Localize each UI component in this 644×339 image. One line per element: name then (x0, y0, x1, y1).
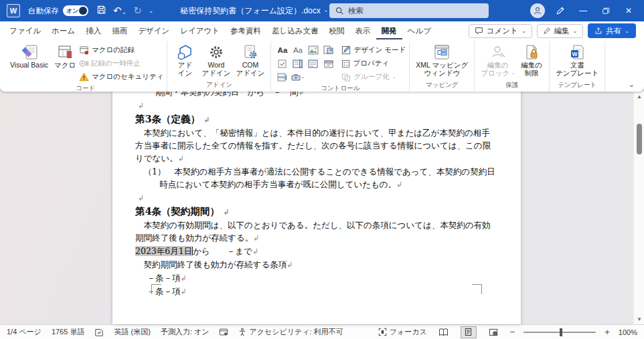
comments-button[interactable]: コメント ⌄ (469, 24, 532, 38)
word-addins-button[interactable]: Word アドイン (199, 41, 233, 78)
dropdown-control-button[interactable] (305, 57, 321, 70)
date-content-control[interactable]: 2023年6月1日 (135, 246, 192, 256)
zoom-level[interactable]: 100% (619, 328, 637, 336)
rich-text-control-button[interactable]: Aa (274, 43, 290, 57)
zoom-in-button[interactable]: + (605, 327, 610, 337)
block-authors-label-line1: 編集の (487, 61, 509, 69)
xml-mapping-pane-button[interactable]: XML マッピング ウィンドウ (413, 41, 471, 78)
com-addins-icon (242, 43, 258, 61)
web-layout-button[interactable] (485, 326, 501, 338)
autosave-toggle[interactable]: オン (63, 5, 88, 16)
checkbox-control-button[interactable] (274, 57, 290, 70)
tab-mailings[interactable]: 差し込み文書 (266, 22, 324, 39)
scrollbar-thumb[interactable] (637, 124, 642, 154)
save-icon[interactable] (96, 5, 106, 17)
paragraph-date[interactable]: 2023年6月1日から －まで↲ (135, 245, 498, 258)
heading-article4[interactable]: 第4条（契約期間） ↲ (135, 205, 498, 219)
tab-references[interactable]: 参考資料 (225, 22, 266, 39)
empty-paragraph[interactable]: ↲ (135, 191, 498, 205)
macros-label: マクロ (54, 61, 76, 69)
com-addins-button[interactable]: COM アドイン (233, 41, 267, 78)
tab-design[interactable]: デザイン (133, 22, 175, 39)
legacy-tools-button[interactable]: ⌄ (290, 70, 305, 84)
close-button[interactable]: ✕ (617, 0, 640, 21)
page-indicator[interactable]: 1/4 ページ (7, 327, 42, 337)
accessibility-status[interactable]: アクセシビリティ: 利用不可 (238, 327, 343, 337)
repeating-section-control-button[interactable] (274, 70, 290, 84)
block-authors-button[interactable]: 編集の ブロック⌄ (478, 41, 517, 78)
group-template: W 文書 テンプレート テンプレート (550, 41, 605, 92)
scroll-down-icon[interactable]: ▼ (634, 316, 644, 322)
design-mode-button[interactable]: デザイン モード (341, 43, 406, 57)
restrict-editing-button[interactable]: 編集の 制限 (517, 41, 546, 78)
zoom-slider[interactable] (524, 332, 596, 333)
qat-customize-icon[interactable]: ⌄ (149, 7, 154, 14)
tab-review[interactable]: 校閲 (324, 22, 350, 39)
vertical-scrollbar[interactable]: ▲ ▼ (633, 92, 644, 324)
editing-menu-button[interactable]: 編集 ⌄ (537, 24, 584, 38)
comments-label: コメント (487, 26, 518, 36)
share-button[interactable]: 共有 ⌄ (588, 23, 636, 38)
properties-button[interactable]: プロパティ (341, 57, 406, 70)
group-label-mapping: マッピング (413, 80, 471, 92)
datepicker-control-button[interactable] (321, 57, 336, 70)
heading-article3[interactable]: 第3条（定義） ↲ (135, 112, 498, 126)
zoom-slider-thumb[interactable] (560, 328, 562, 336)
account-avatar[interactable] (526, 0, 549, 21)
ime-prediction-indicator[interactable]: 予測入力: オン (161, 327, 210, 337)
proofing-status-icon[interactable] (94, 328, 104, 336)
macro-security-button[interactable]: マクロのセキュリティ (79, 70, 163, 84)
word-count[interactable]: 1765 単語 (52, 327, 85, 337)
tab-help[interactable]: ヘルプ (402, 22, 436, 39)
minimize-button[interactable]: — (572, 0, 594, 21)
macros-button[interactable]: マクロ (51, 41, 79, 69)
share-label: 共有 (606, 26, 621, 36)
editing-mode-icon[interactable] (549, 0, 572, 21)
record-macro-button[interactable]: マクロの記録 (79, 43, 163, 57)
ribbon-developer: Visual Basic マクロ マクロの記録 記録の一時停止 (0, 40, 644, 92)
paragraph-clause2[interactable]: －条－項↲ (135, 285, 498, 298)
paragraph-surviving[interactable]: 契約期間終了後も効力が存続する条項↲ (135, 258, 498, 271)
content-controls-grid: Aa Aa (274, 41, 336, 84)
print-layout-button[interactable] (461, 326, 477, 338)
search-box[interactable]: 検索 (329, 3, 489, 18)
document-page[interactable]: 期間・本契約の契約日 から － 間↲ ↲ 第3条（定義） ↲ 本契約において、「… (112, 92, 521, 324)
restrict-editing-label-line1: 編集の (521, 61, 542, 69)
combobox-control-button[interactable] (290, 57, 305, 70)
redo-button[interactable]: ↻ (133, 5, 142, 17)
autosave-label: 自動保存 (28, 6, 59, 16)
paragraph-article4[interactable]: 本契約の有効期間は、以下のとおりである。ただし、以下の条項については、本契約の有… (135, 219, 498, 245)
paragraph-item1[interactable]: （1） 本契約の相手方当事者が適法に公開することのできる情報であって、本契約の契… (135, 165, 498, 191)
paragraph-article3[interactable]: 本契約において、「秘密情報」とは、本件目的の遂行において、甲または乙が本契約の相… (135, 126, 498, 165)
undo-button[interactable]: ↶⌄ (113, 5, 127, 17)
empty-paragraph[interactable]: ↲ (135, 99, 498, 112)
tab-developer[interactable]: 開発 (376, 22, 402, 39)
document-template-button[interactable]: W 文書 テンプレート (553, 41, 601, 78)
tab-draw[interactable]: 描画 (106, 22, 133, 39)
zoom-out-button[interactable]: − (510, 327, 515, 337)
tab-view[interactable]: 表示 (350, 22, 376, 39)
margin-corner-mark (472, 284, 482, 294)
paragraph-clause1[interactable]: －条－項↲ (135, 271, 498, 285)
tab-layout[interactable]: レイアウト (175, 22, 225, 39)
read-mode-button[interactable] (436, 326, 452, 338)
tab-insert[interactable]: 挿入 (80, 22, 106, 39)
grouping-icon (341, 73, 351, 82)
maximize-button[interactable] (594, 0, 617, 21)
warning-icon (79, 72, 89, 82)
scroll-up-icon[interactable]: ▲ (634, 94, 644, 100)
picture-control-button[interactable] (305, 43, 321, 57)
tab-home[interactable]: ホーム (46, 22, 80, 39)
focus-mode-button[interactable]: フォーカス (378, 327, 427, 337)
visual-basic-button[interactable]: Visual Basic (7, 41, 51, 69)
word-app-icon[interactable]: W (7, 4, 20, 17)
plain-text-control-button[interactable]: Aa (290, 43, 305, 57)
grouping-button[interactable]: グループ化 ⌄ (341, 70, 406, 84)
pause-recording-button[interactable]: 記録の一時停止 (79, 57, 163, 70)
tab-file[interactable]: ファイル (4, 22, 46, 39)
addins-button[interactable]: アド イン (171, 41, 199, 78)
collapse-ribbon-icon[interactable]: ⌄ (629, 80, 635, 89)
language-indicator[interactable]: 英語 (米国) (114, 327, 150, 337)
building-block-control-button[interactable] (321, 43, 336, 57)
macro-recording-icon[interactable] (219, 328, 228, 336)
